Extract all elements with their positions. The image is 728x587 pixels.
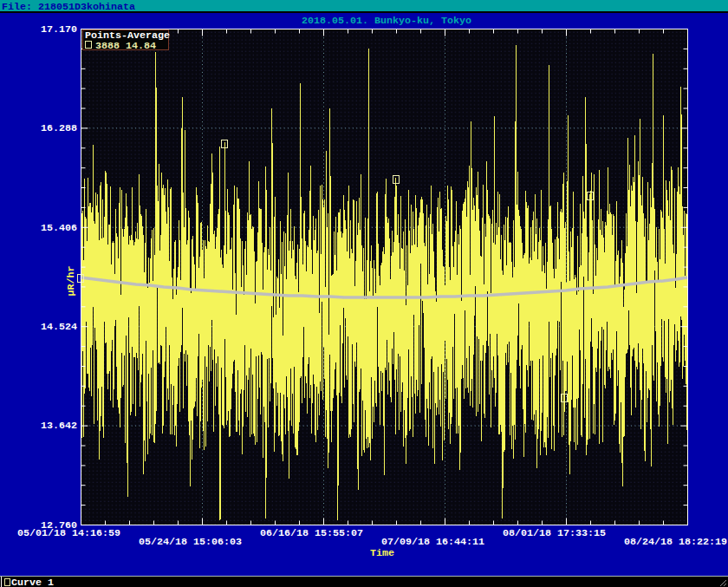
svg-text:16.288: 16.288: [41, 122, 77, 134]
svg-text:05/01/18 14:16:59: 05/01/18 14:16:59: [17, 527, 120, 538]
svg-text:Time: Time: [370, 547, 394, 558]
svg-text:15.406: 15.406: [41, 222, 77, 233]
svg-text:14.524: 14.524: [41, 321, 77, 332]
svg-text:08/24/18 18:22:19: 08/24/18 18:22:19: [624, 536, 727, 547]
svg-text:File: 218051D3kohinata: File: 218051D3kohinata: [2, 1, 135, 12]
svg-text:17.170: 17.170: [41, 23, 77, 35]
svg-text:2018.05.01. Bunkyo-ku, Tokyo: 2018.05.01. Bunkyo-ku, Tokyo: [302, 15, 471, 26]
svg-text:3888 14.84: 3888 14.84: [95, 40, 156, 51]
svg-text:06/16/18 15:55:07: 06/16/18 15:55:07: [260, 527, 363, 538]
svg-text:13.642: 13.642: [41, 420, 77, 431]
svg-text:Curve 1: Curve 1: [11, 577, 54, 587]
svg-text:05/24/18 15:06:03: 05/24/18 15:06:03: [139, 536, 242, 547]
svg-text:08/01/18 17:33:15: 08/01/18 17:33:15: [503, 527, 606, 538]
svg-text:07/09/18 16:44:11: 07/09/18 16:44:11: [381, 536, 484, 547]
svg-text:µR/hr: µR/hr: [65, 265, 76, 296]
